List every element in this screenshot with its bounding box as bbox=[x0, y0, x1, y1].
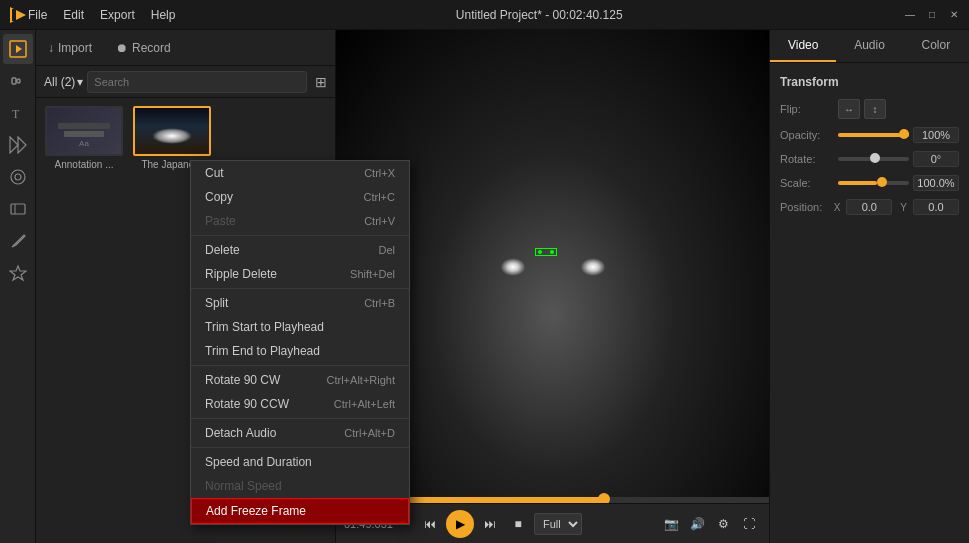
app-logo bbox=[8, 5, 28, 25]
media-item-0[interactable]: Aa Annotation ... bbox=[44, 106, 124, 170]
pos-x-input[interactable]: 0.0 bbox=[846, 199, 892, 215]
sidebar-media-btn[interactable] bbox=[3, 34, 33, 64]
record-icon: ⏺ bbox=[116, 41, 128, 55]
record-label: Record bbox=[132, 41, 171, 55]
opacity-input[interactable]: 100% bbox=[913, 127, 959, 143]
svg-marker-12 bbox=[10, 266, 26, 280]
ctx-item-shortcut: Del bbox=[378, 244, 395, 256]
snapshot-btn[interactable]: 📷 bbox=[659, 512, 683, 536]
window-controls: — □ ✕ bbox=[903, 8, 961, 22]
sidebar-transitions-btn[interactable] bbox=[3, 130, 33, 160]
ctx-item-label: Rotate 90 CCW bbox=[205, 397, 289, 411]
all-filter[interactable]: All (2) ▾ bbox=[44, 75, 83, 89]
scale-label: Scale: bbox=[780, 177, 838, 189]
svg-marker-3 bbox=[16, 45, 22, 53]
icon-sidebar: T bbox=[0, 30, 36, 543]
ctx-item-label: Delete bbox=[205, 243, 240, 257]
context-menu-item-delete[interactable]: DeleteDel bbox=[191, 238, 409, 262]
context-menu-item-cut[interactable]: CutCtrl+X bbox=[191, 161, 409, 185]
scale-slider[interactable] bbox=[838, 181, 909, 185]
import-tab[interactable]: ↓ Import bbox=[36, 30, 104, 65]
opacity-slider[interactable] bbox=[838, 133, 909, 137]
media-toolbar: All (2) ▾ ⊞ bbox=[36, 66, 335, 98]
context-menu-item-trim-start-to-playhead[interactable]: Trim Start to Playhead bbox=[191, 315, 409, 339]
stop-btn[interactable]: ■ bbox=[506, 512, 530, 536]
right-panel: Video Audio Color Transform Flip: ↔ ↕ Op… bbox=[769, 30, 969, 543]
flip-row: Flip: ↔ ↕ bbox=[780, 99, 959, 119]
context-menu-item-normal-speed: Normal Speed bbox=[191, 474, 409, 498]
media-panel-header: ↓ Import ⏺ Record bbox=[36, 30, 335, 66]
play-btn[interactable]: ▶ bbox=[446, 510, 474, 538]
rotate-slider[interactable] bbox=[838, 157, 909, 161]
quality-select[interactable]: Full bbox=[534, 513, 582, 535]
menu-help[interactable]: Help bbox=[151, 8, 176, 22]
scale-value: 100.0% bbox=[838, 175, 959, 191]
context-menu-item-rotate-90-ccw[interactable]: Rotate 90 CCWCtrl+Alt+Left bbox=[191, 392, 409, 416]
context-menu-separator bbox=[191, 365, 409, 366]
context-menu-item-copy[interactable]: CopyCtrl+C bbox=[191, 185, 409, 209]
import-icon: ↓ bbox=[48, 41, 54, 55]
context-menu-item-split[interactable]: SplitCtrl+B bbox=[191, 291, 409, 315]
fullscreen-btn[interactable]: ⛶ bbox=[737, 512, 761, 536]
opacity-label: Opacity: bbox=[780, 129, 838, 141]
rotate-label: Rotate: bbox=[780, 153, 838, 165]
sidebar-effects-btn[interactable] bbox=[3, 162, 33, 192]
tab-color[interactable]: Color bbox=[903, 30, 969, 62]
context-menu-item-add-freeze-frame[interactable]: Add Freeze Frame bbox=[191, 498, 409, 524]
search-input[interactable] bbox=[87, 71, 307, 93]
ctx-item-shortcut: Ctrl+X bbox=[364, 167, 395, 179]
media-thumb-0: Aa bbox=[45, 106, 123, 156]
record-tab[interactable]: ⏺ Record bbox=[104, 30, 183, 65]
minimize-button[interactable]: — bbox=[903, 8, 917, 22]
sidebar-stickers-btn[interactable] bbox=[3, 194, 33, 224]
pos-y-input[interactable]: 0.0 bbox=[913, 199, 959, 215]
menu-export[interactable]: Export bbox=[100, 8, 135, 22]
ctx-item-shortcut: Ctrl+Alt+D bbox=[344, 427, 395, 439]
opacity-row: Opacity: 100% bbox=[780, 127, 959, 143]
ctx-item-label: Speed and Duration bbox=[205, 455, 312, 469]
settings-btn[interactable]: ⚙ bbox=[711, 512, 735, 536]
position-label: Position: bbox=[780, 201, 834, 213]
rotate-row: Rotate: 0° bbox=[780, 151, 959, 167]
context-menu-separator bbox=[191, 447, 409, 448]
sidebar-edit-btn[interactable] bbox=[3, 226, 33, 256]
flip-value: ↔ ↕ bbox=[838, 99, 959, 119]
extra-controls: 📷 🔊 ⚙ ⛶ bbox=[659, 512, 761, 536]
step-forward-btn[interactable]: ⏭ bbox=[478, 512, 502, 536]
ctx-item-shortcut: Ctrl+V bbox=[364, 215, 395, 227]
menu-file[interactable]: File bbox=[28, 8, 47, 22]
sidebar-titles-btn[interactable]: T bbox=[3, 98, 33, 128]
rotate-value: 0° bbox=[838, 151, 959, 167]
right-content: Transform Flip: ↔ ↕ Opacity: 1 bbox=[770, 63, 969, 543]
maximize-button[interactable]: □ bbox=[925, 8, 939, 22]
menu-edit[interactable]: Edit bbox=[63, 8, 84, 22]
svg-rect-4 bbox=[12, 78, 16, 84]
context-menu-item-trim-end-to-playhead[interactable]: Trim End to Playhead bbox=[191, 339, 409, 363]
close-button[interactable]: ✕ bbox=[947, 8, 961, 22]
import-label: Import bbox=[58, 41, 92, 55]
menu-bar: File Edit Export Help bbox=[28, 8, 175, 22]
context-menu-item-speed-and-duration[interactable]: Speed and Duration bbox=[191, 450, 409, 474]
scale-input[interactable]: 100.0% bbox=[913, 175, 959, 191]
tab-audio[interactable]: Audio bbox=[836, 30, 902, 62]
context-menu-item-rotate-90-cw[interactable]: Rotate 90 CWCtrl+Alt+Right bbox=[191, 368, 409, 392]
audio-btn[interactable]: 🔊 bbox=[685, 512, 709, 536]
context-menu-item-detach-audio[interactable]: Detach AudioCtrl+Alt+D bbox=[191, 421, 409, 445]
sidebar-star-btn[interactable] bbox=[3, 258, 33, 288]
scale-row: Scale: 100.0% bbox=[780, 175, 959, 191]
context-menu-item-ripple-delete[interactable]: Ripple DeleteShift+Del bbox=[191, 262, 409, 286]
position-value: X 0.0 Y 0.0 bbox=[834, 199, 959, 215]
titlebar: File Edit Export Help Untitled Project* … bbox=[0, 0, 969, 30]
ctx-item-shortcut: Ctrl+B bbox=[364, 297, 395, 309]
tab-video[interactable]: Video bbox=[770, 30, 836, 62]
media-thumb-1 bbox=[133, 106, 211, 156]
rewind-btn[interactable]: ⏮ bbox=[418, 512, 442, 536]
flip-v-btn[interactable]: ↕ bbox=[864, 99, 886, 119]
grid-view-btn[interactable]: ⊞ bbox=[315, 74, 327, 90]
flip-h-btn[interactable]: ↔ bbox=[838, 99, 860, 119]
position-row: Position: X 0.0 Y 0.0 bbox=[780, 199, 959, 215]
sidebar-audio-btn[interactable] bbox=[3, 66, 33, 96]
svg-rect-10 bbox=[11, 204, 25, 214]
all-filter-label: All (2) bbox=[44, 75, 75, 89]
rotate-input[interactable]: 0° bbox=[913, 151, 959, 167]
